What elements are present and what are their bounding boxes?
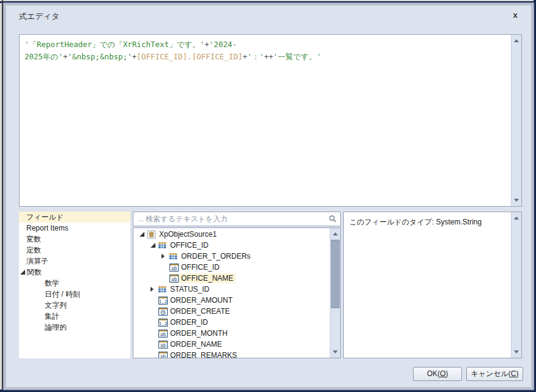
tree-item-OFFICE_ID[interactable]: OFFICE_ID xyxy=(133,240,330,251)
tree-scrollbar[interactable] xyxy=(330,228,340,358)
expression-editor-dialog: 式エディタ x '「ReportHeader」での「XrRichText」です。… xyxy=(4,3,534,390)
dialog-title: 式エディタ xyxy=(19,11,59,22)
expression-editor-textarea[interactable]: '「ReportHeader」での「XrRichText」です。'+'2024-… xyxy=(19,34,522,207)
tree-item-body[interactable]: XpObjectSource1 xyxy=(147,229,219,239)
expression-token-operator: + xyxy=(204,40,209,49)
expression-token-string: '：' xyxy=(247,52,264,61)
ok-button[interactable]: OK(O) xyxy=(413,367,462,381)
svg-text:ab: ab xyxy=(160,331,166,337)
field-tree-panel: XpObjectSource1OFFICE_IDORDER_T_ORDERsab… xyxy=(133,227,341,358)
tree-item-STATUS_ID[interactable]: STATUS_ID xyxy=(133,284,330,295)
category-item-日付 / 時刻[interactable]: 日付 / 時刻 xyxy=(19,289,130,300)
tree-item-ORDER_AMOUNT[interactable]: 1,2ORDER_AMOUNT xyxy=(133,295,330,306)
datetime-icon xyxy=(158,307,168,316)
scroll-down-icon[interactable] xyxy=(512,347,521,357)
datasource-icon xyxy=(147,230,157,239)
search-box xyxy=(133,212,341,226)
svg-text:1,2: 1,2 xyxy=(159,298,168,304)
window-edge-right xyxy=(534,0,536,392)
category-item-演算子[interactable]: 演算子 xyxy=(19,256,130,267)
tree-item-body[interactable]: abORDER_MONTH xyxy=(158,328,230,338)
scrollbar-thumb[interactable] xyxy=(331,240,340,308)
expression-token-operator: + xyxy=(242,52,247,61)
expression-token-string: '一覧です。' xyxy=(274,52,321,61)
svg-text:ab: ab xyxy=(160,342,166,348)
tree-item-ORDER_REMARKS[interactable]: abORDER_REMARKS xyxy=(133,350,330,358)
scroll-up-icon[interactable] xyxy=(512,35,521,45)
tree-item-body[interactable]: abOFFICE_ID xyxy=(169,262,222,272)
text-icon: ab xyxy=(158,351,168,358)
tree-item-body[interactable]: 1,2ORDER_ID xyxy=(158,317,210,327)
scroll-up-icon[interactable] xyxy=(330,229,340,239)
category-label: 定数 xyxy=(26,245,41,256)
category-item-論理的[interactable]: 論理的 xyxy=(19,322,130,333)
svg-text:ab: ab xyxy=(171,265,177,271)
tree-item-ORDER_NAME[interactable]: abORDER_NAME xyxy=(133,339,330,350)
info-scrollbar[interactable] xyxy=(511,212,521,358)
dialog-footer: OK(O) キャンセル(C) xyxy=(6,360,531,387)
tree-item-body[interactable]: abOFFICE_NAME xyxy=(169,273,236,283)
tree-item-XpObjectSource1[interactable]: XpObjectSource1 xyxy=(133,229,330,240)
tree-item-label: STATUS_ID xyxy=(170,285,209,294)
tree-item-body[interactable]: 1,2ORDER_AMOUNT xyxy=(158,295,235,305)
category-item-Report Items[interactable]: Report Items xyxy=(19,223,130,234)
tree-item-OFFICE_ID[interactable]: abOFFICE_ID xyxy=(133,262,330,273)
text-icon: ab xyxy=(169,263,179,272)
tree-item-body[interactable]: STATUS_ID xyxy=(158,284,212,294)
category-item-数学[interactable]: 数学 xyxy=(19,278,130,289)
tree-item-body[interactable]: ORDER_T_ORDERs xyxy=(169,251,253,261)
field-type-text: このフィールドのタイプ: System.String xyxy=(344,212,510,230)
tree-item-ORDER_ID[interactable]: 1,2ORDER_ID xyxy=(133,317,330,328)
category-item-フィールド[interactable]: フィールド xyxy=(19,212,130,223)
search-input[interactable] xyxy=(133,212,340,226)
dialog-titlebar[interactable]: 式エディタ x xyxy=(6,6,531,34)
tree-item-OFFICE_NAME[interactable]: abOFFICE_NAME xyxy=(133,273,330,284)
window-edge-bottom xyxy=(0,390,536,392)
tree-item-label: OFFICE_ID xyxy=(181,263,220,272)
tree-item-body[interactable]: OFFICE_ID xyxy=(158,240,211,250)
tree-item-label: ORDER_REMARKS xyxy=(170,351,237,358)
expression-token-field: [OFFICE_ID].[OFFICE_ID] xyxy=(136,52,242,61)
scroll-down-icon[interactable] xyxy=(330,347,340,357)
tree-item-ORDER_CREATE[interactable]: ORDER_CREATE xyxy=(133,306,330,317)
category-label: 関数 xyxy=(27,267,42,278)
number-icon: 1,2 xyxy=(158,318,168,327)
tree-item-body[interactable]: abORDER_REMARKS xyxy=(158,350,239,358)
tree-item-body[interactable]: abORDER_NAME xyxy=(158,339,225,349)
scroll-up-icon[interactable] xyxy=(512,213,521,223)
scroll-down-icon[interactable] xyxy=(512,196,521,205)
tree-item-ORDER_MONTH[interactable]: abORDER_MONTH xyxy=(133,328,330,339)
category-item-変数[interactable]: 変数 xyxy=(19,234,130,245)
expression-text[interactable]: '「ReportHeader」での「XrRichText」です。'+'2024-… xyxy=(20,35,510,206)
svg-text:ab: ab xyxy=(171,276,177,282)
svg-text:ab: ab xyxy=(160,353,166,358)
tree-item-label: ORDER_AMOUNT xyxy=(170,296,233,305)
category-item-文字列[interactable]: 文字列 xyxy=(19,300,130,311)
category-item-関数[interactable]: 関数 xyxy=(19,267,130,278)
expander-expanded-icon[interactable] xyxy=(140,232,144,237)
field-tree: XpObjectSource1OFFICE_IDORDER_T_ORDERsab… xyxy=(133,229,330,358)
expander-collapsed-icon[interactable] xyxy=(151,287,154,292)
expression-token-operator: ++ xyxy=(264,52,274,61)
text-icon: ab xyxy=(169,274,179,283)
tree-item-label: XpObjectSource1 xyxy=(159,230,217,239)
tree-item-ORDER_T_ORDERs[interactable]: ORDER_T_ORDERs xyxy=(133,251,330,262)
expander-expanded-icon[interactable] xyxy=(20,270,25,275)
expander-collapsed-icon[interactable] xyxy=(162,254,165,259)
text-icon: ab xyxy=(158,329,168,338)
category-item-集計[interactable]: 集計 xyxy=(19,311,130,322)
category-list: フィールドReport Items変数定数演算子関数数学日付 / 時刻文字列集計… xyxy=(19,212,130,358)
category-item-定数[interactable]: 定数 xyxy=(19,245,130,256)
cancel-button[interactable]: キャンセル(C) xyxy=(466,367,523,381)
close-icon[interactable]: x xyxy=(510,10,521,21)
category-label: 論理的 xyxy=(45,322,67,333)
category-label: 文字列 xyxy=(45,300,67,311)
tree-item-label: OFFICE_ID xyxy=(170,241,209,250)
category-label: 数学 xyxy=(45,278,59,289)
tree-item-body[interactable]: ORDER_CREATE xyxy=(158,306,233,316)
category-label: 演算子 xyxy=(26,256,48,267)
expression-scrollbar[interactable] xyxy=(511,35,521,206)
tree-item-label: ORDER_ID xyxy=(170,318,208,327)
expander-expanded-icon[interactable] xyxy=(151,243,155,248)
table-icon xyxy=(169,252,179,261)
